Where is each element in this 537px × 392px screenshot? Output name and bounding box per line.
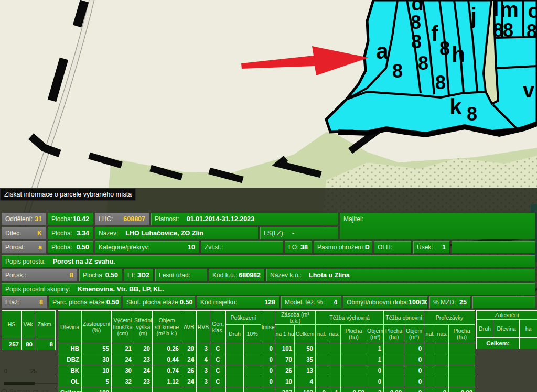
parcel-label-h: h <box>452 42 465 67</box>
sub-column-header: Dřevina <box>493 320 520 338</box>
field-value: 0.50 <box>77 244 89 251</box>
table-cell <box>226 376 244 387</box>
table-cell: 4 <box>295 376 316 387</box>
table-cell: HB <box>58 343 82 354</box>
table-cell <box>112 387 134 392</box>
sub-column-header: nal. <box>424 325 436 343</box>
group-header: Poškození <box>226 311 261 325</box>
table-row: DBZ3024230.44244C0703510 <box>58 354 475 365</box>
field-label: Oddělení: <box>5 215 33 223</box>
field-label: Platnost: <box>155 215 179 223</box>
field-mzd: % MZD:25 <box>429 296 471 309</box>
table-cell <box>244 343 261 354</box>
parcel-label-f: f <box>431 22 438 45</box>
table-cell <box>316 365 328 376</box>
table-cell <box>226 387 244 392</box>
column-header: RVB <box>197 311 210 343</box>
field-label: Porost: <box>5 244 25 251</box>
field-plocha_odd: Plocha:10.42 <box>48 213 93 225</box>
table-cell <box>424 376 436 387</box>
field-label: % MZD: <box>433 299 456 306</box>
stand-number: 8 <box>418 52 428 74</box>
sub-column-header: Objem (m³) <box>367 325 384 343</box>
table-cell: 21 <box>112 343 134 354</box>
group-header: Prořezávky <box>424 311 475 325</box>
field-value: 608807 <box>123 215 145 223</box>
table-cell <box>436 343 449 354</box>
stand-number: 8 <box>411 12 421 33</box>
table-cell: 207 <box>275 387 295 392</box>
hs-header-cell: Zakm. <box>35 311 56 339</box>
table-cell <box>449 365 475 376</box>
field-empty <box>452 241 535 254</box>
field-label: LHC: <box>99 215 113 223</box>
table-cell: 0.50 <box>341 387 367 392</box>
sub-column-header: Druh <box>477 320 493 338</box>
table-cell: 20 <box>181 343 197 354</box>
table-cell <box>424 365 436 376</box>
field-popis_skupiny: Popis porostní skupiny:Kmenovina. Vtr. B… <box>2 283 535 296</box>
table-cell: 0.44 <box>153 354 181 365</box>
field-label: Zvl.st.: <box>205 244 223 251</box>
field-value: 25 <box>459 299 467 306</box>
forest-gis-app: a d f h j l m o k v 8 8 8 8 8 8 8 8 <box>0 0 537 392</box>
group-header: Těžba obnovní <box>384 311 424 325</box>
field-label: Kód k.ú.: <box>212 271 237 279</box>
parcel-label-j: j <box>470 4 477 28</box>
field-label: Plocha: <box>51 244 72 251</box>
table-cell: 24 <box>112 354 134 365</box>
table-cell: 0.00 <box>384 387 404 392</box>
field-label: Úsek: <box>417 244 433 251</box>
table-cell: 1 <box>328 387 341 392</box>
table-cell: 10 <box>275 376 295 387</box>
field-obmyti: Obmýtí/obnovní doba:100/30 <box>343 296 428 309</box>
table-cell: 0 <box>404 354 424 365</box>
table-cell: 0 <box>261 376 275 387</box>
field-plocha_sk: Plocha:0.50 <box>79 269 122 281</box>
field-label: Popis porostu: <box>5 258 46 265</box>
table-cell <box>449 343 475 354</box>
main-table: DřevinaZastoupení (%)Výčetní tloušťka (c… <box>58 310 475 392</box>
table-cell: BK <box>58 365 82 376</box>
table-cell: 0 <box>261 365 275 376</box>
table-cell: 0 <box>404 387 424 392</box>
table-cell: C <box>210 376 226 387</box>
table-cell <box>384 376 404 387</box>
sub-column-header: nas. <box>328 325 341 343</box>
field-oddeleni: Oddělení:31 <box>2 213 46 225</box>
table-cell: 5 <box>82 376 112 387</box>
stand-number: 8 <box>435 72 446 93</box>
table-cell <box>328 365 341 376</box>
table-cell: 23 <box>134 354 153 365</box>
table-cell <box>449 376 475 387</box>
table-cell: 13 <box>295 365 316 376</box>
table-cell: 0 <box>404 365 424 376</box>
field-empty <box>472 296 535 309</box>
field-label: Plocha: <box>51 230 72 237</box>
field-value: Porost na JZ svahu. <box>53 258 115 265</box>
field-label: Por.sk.: <box>5 271 26 279</box>
field-value: 8 <box>70 271 73 279</box>
field-label: Kategorie/překryv: <box>99 244 149 251</box>
field-etaz: Etáž:8 <box>2 296 47 309</box>
table-cell: 26 <box>181 365 197 376</box>
field-value: 38 <box>300 244 308 251</box>
table-cell: DBZ <box>58 354 82 365</box>
table-cell: 30 <box>82 354 112 365</box>
table-cell: 1 <box>367 354 384 365</box>
parcel-label-l: l <box>493 0 499 20</box>
field-value: 0.50 <box>180 299 192 306</box>
field-value: 8 <box>39 299 43 306</box>
table-cell: 30 <box>112 365 134 376</box>
field-label: Kód majetku: <box>200 299 237 306</box>
field-value: 100/30 <box>409 299 428 306</box>
table-cell <box>244 376 261 387</box>
field-model_tez: Model. těž. %:4 <box>281 296 341 309</box>
field-label: Model. těž. %: <box>285 299 325 306</box>
field-value: Lhota u Zlína <box>309 271 350 279</box>
table-cell <box>436 365 449 376</box>
table-cell <box>436 354 449 365</box>
sub-column-header: Plocha (ha) <box>384 325 404 343</box>
table-cell <box>153 387 181 392</box>
field-lo: LO:38 <box>285 241 312 254</box>
